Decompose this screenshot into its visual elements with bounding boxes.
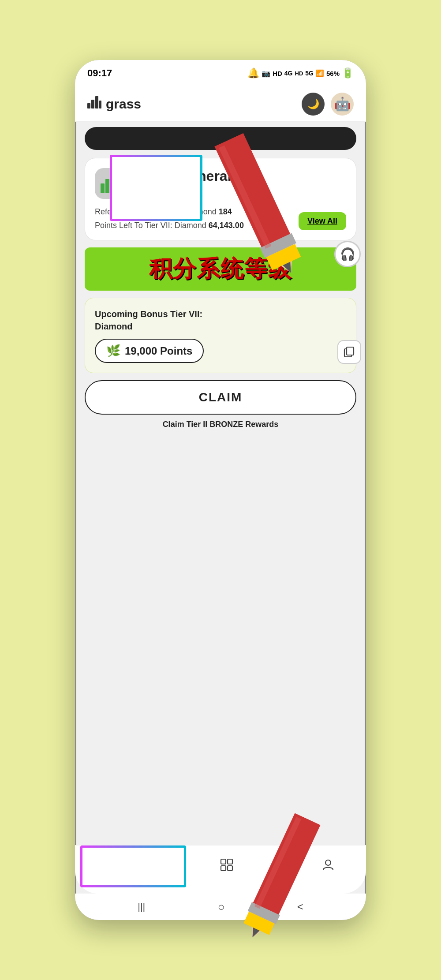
nav-item-apps[interactable] [213, 855, 240, 878]
claim-button[interactable]: CLAIM [85, 380, 356, 415]
android-home[interactable]: ○ [218, 900, 225, 914]
status-icons: 🔔 📷 HD 4G HD 5G 📶 56% 🔋 [247, 67, 354, 79]
leaf-icon: 🌿 [106, 344, 120, 358]
points-value: 19,000 Points [125, 345, 192, 357]
claim-label: CLAIM [199, 390, 243, 404]
grid-icon [220, 858, 233, 875]
svg-point-23 [174, 860, 178, 864]
points-pill: 🌿 19,000 Points [95, 339, 204, 363]
tier-card: Tier VI: Emerald Referrals Left To Tier … [85, 158, 356, 240]
rocket-icon: 🚀 [111, 859, 127, 874]
tier-title: Tier VI: Emerald [133, 168, 240, 184]
person-icon [321, 858, 335, 875]
svg-rect-20 [115, 180, 119, 193]
svg-rect-17 [101, 183, 105, 193]
headphones-icon: 🎧 [334, 241, 361, 267]
copy-button[interactable] [337, 340, 361, 364]
svg-point-25 [178, 867, 182, 870]
chinese-banner: 积分系统等级 🎧 [85, 247, 356, 291]
nav-item-profile[interactable] [314, 855, 342, 878]
svg-rect-16 [99, 101, 101, 108]
status-time: 09:17 [87, 67, 112, 79]
svg-rect-30 [228, 859, 232, 864]
nav-logo-text: grass [106, 97, 141, 112]
scroll-hint-bar [85, 127, 356, 150]
phone-frame: 09:17 🔔 📷 HD 4G HD 5G 📶 56% 🔋 [75, 60, 366, 920]
moon-icon: 🌙 [307, 98, 319, 110]
tier-title-area: Tier VI: Emerald [133, 168, 240, 184]
chinese-text: 积分系统等级 [149, 254, 292, 284]
status-bar: 09:17 🔔 📷 HD 4G HD 5G 📶 56% 🔋 [75, 60, 366, 86]
svg-rect-29 [221, 859, 226, 864]
svg-rect-13 [87, 103, 90, 108]
avatar-button[interactable]: 🤖 [331, 93, 354, 116]
network-icon [169, 858, 183, 875]
bars-chart-icon [87, 96, 101, 112]
bonus-card: Upcoming Bonus Tier VII:Diamond 🌿 19,000… [85, 298, 356, 373]
svg-marker-9 [247, 922, 264, 940]
main-content: Tier VI: Emerald Referrals Left To Tier … [75, 150, 366, 845]
svg-rect-15 [95, 96, 98, 108]
bonus-title: Upcoming Bonus Tier VII:Diamond [95, 308, 346, 333]
avatar-icon: 🤖 [334, 96, 351, 112]
view-all-button[interactable]: View All [299, 212, 346, 230]
copy-icon [344, 346, 355, 358]
android-menu[interactable]: ||| [138, 901, 145, 913]
tier-header: Tier VI: Emerald [95, 168, 346, 199]
nav-item-home[interactable]: 🚀 [99, 850, 139, 883]
tier-icon [95, 168, 126, 199]
svg-rect-31 [221, 866, 226, 871]
svg-rect-32 [228, 866, 232, 871]
bottom-nav: 🚀 [75, 845, 366, 894]
svg-rect-19 [110, 175, 114, 193]
top-nav: grass 🌙 🤖 [75, 86, 366, 122]
svg-rect-14 [91, 100, 94, 108]
svg-point-24 [170, 867, 174, 870]
nav-logo: grass [87, 96, 141, 112]
android-back[interactable]: < [297, 901, 303, 913]
claim-subtitle: Claim Tier II BRONZE Rewards [85, 420, 356, 429]
android-nav: ||| ○ < [75, 894, 366, 920]
svg-point-33 [325, 860, 331, 865]
svg-rect-18 [105, 179, 109, 193]
nav-item-network[interactable] [162, 855, 190, 878]
chart-line-icon [271, 858, 284, 875]
svg-rect-22 [347, 347, 354, 355]
svg-line-27 [177, 864, 179, 867]
nav-actions: 🌙 🤖 [302, 93, 354, 116]
dark-mode-button[interactable]: 🌙 [302, 93, 325, 116]
svg-line-26 [173, 864, 175, 867]
nav-item-stats[interactable] [264, 855, 291, 878]
